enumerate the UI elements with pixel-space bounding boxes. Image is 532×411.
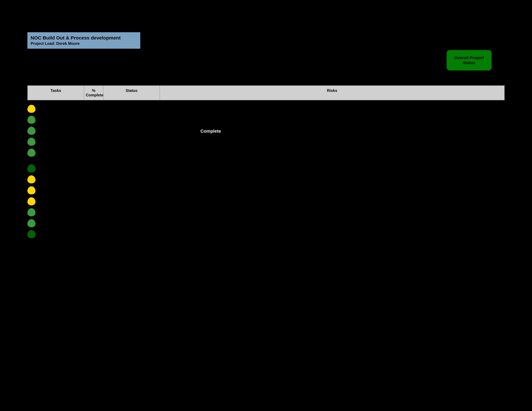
indicator-5 — [28, 149, 36, 157]
table-header-status: Status — [104, 86, 160, 100]
indicator-9 — [28, 197, 36, 205]
indicator-6 — [28, 164, 36, 172]
complete-badge: Complete — [189, 123, 233, 139]
overall-project-status-button[interactable]: Overall Project Status — [446, 50, 492, 71]
indicator-4 — [28, 138, 36, 146]
indicator-11 — [28, 219, 36, 227]
table-header-percent-complete: % Complete — [84, 86, 104, 100]
task-table: Tasks % Complete Status Risks — [28, 85, 504, 100]
project-lead-label: Project Lead: — [31, 41, 55, 46]
indicator-12 — [28, 230, 36, 238]
indicator-3 — [28, 127, 36, 135]
table-header-risks: Risks — [160, 86, 504, 100]
indicator-7 — [28, 175, 36, 183]
project-title: NOC Build Out & Process development — [31, 35, 137, 41]
project-lead: Project Lead: Derek Moore — [31, 41, 137, 46]
indicator-8 — [28, 186, 36, 194]
status-indicators-list — [28, 105, 36, 240]
project-header: NOC Build Out & Process development Proj… — [28, 32, 140, 49]
indicator-10 — [28, 208, 36, 216]
project-lead-name: Derek Moore — [56, 41, 80, 46]
indicator-1 — [28, 105, 36, 113]
table-header-tasks: Tasks — [28, 86, 84, 100]
table-header: Tasks % Complete Status Risks — [28, 85, 504, 100]
indicator-2 — [28, 116, 36, 124]
